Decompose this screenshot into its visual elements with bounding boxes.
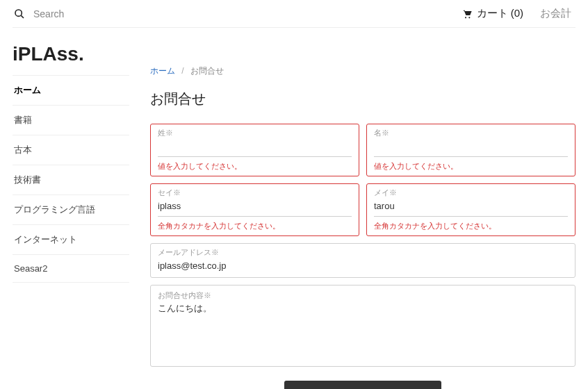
label-content: お問合せ内容※ xyxy=(158,291,568,301)
input-first-name[interactable] xyxy=(374,141,568,151)
svg-point-0 xyxy=(15,10,22,16)
field-content[interactable]: お問合せ内容※ xyxy=(150,285,575,367)
sidebar-item-seasar2[interactable]: Seasar2 xyxy=(13,254,129,283)
input-first-kana[interactable] xyxy=(374,201,568,211)
field-first-kana[interactable]: メイ※ 全角カタカナを入力してください。 xyxy=(366,183,575,236)
field-email[interactable]: メールアドレス※ xyxy=(150,243,575,278)
label-last-name: 姓※ xyxy=(158,129,352,138)
brand-logo[interactable]: iPLAss. xyxy=(13,39,129,75)
breadcrumb-home[interactable]: ホーム xyxy=(150,66,175,76)
svg-line-1 xyxy=(21,15,24,18)
field-last-name[interactable]: 姓※ 値を入力してください。 xyxy=(150,124,359,176)
svg-point-2 xyxy=(464,17,466,18)
sidebar-item-proglang[interactable]: プログラミング言語 xyxy=(13,194,129,224)
field-first-name[interactable]: 名※ 値を入力してください。 xyxy=(366,124,575,176)
input-last-kana[interactable] xyxy=(158,201,352,211)
error-last-name: 値を入力してください。 xyxy=(158,161,352,172)
error-first-name: 値を入力してください。 xyxy=(374,161,568,172)
cart-link[interactable]: カート (0) xyxy=(462,7,524,20)
error-first-kana: 全角カタカナを入力してください。 xyxy=(374,221,568,231)
breadcrumb: ホーム / お問合せ xyxy=(150,65,575,77)
field-last-kana[interactable]: セイ※ 全角カタカナを入力してください。 xyxy=(150,183,359,236)
search-placeholder-text: Search xyxy=(33,8,64,19)
label-first-name: 名※ xyxy=(374,129,568,138)
top-right: カート (0) お会計 xyxy=(462,7,572,20)
input-last-name[interactable] xyxy=(158,141,352,151)
sidebar: iPLAss. ホーム 書籍 古本 技術書 プログラミング言語 インターネット … xyxy=(13,39,129,389)
sidebar-item-home[interactable]: ホーム xyxy=(13,75,129,105)
main-content: ホーム / お問合せ お問合せ 姓※ 値を入力してください。 名※ xyxy=(150,39,575,389)
divider xyxy=(13,27,575,28)
page-title: お問合せ xyxy=(150,90,575,108)
sidebar-item-tech[interactable]: 技術書 xyxy=(13,165,129,194)
nav-list: ホーム 書籍 古本 技術書 プログラミング言語 インターネット Seasar2 xyxy=(13,75,129,283)
label-last-kana: セイ※ xyxy=(158,188,352,198)
breadcrumb-current: お問合せ xyxy=(190,66,224,76)
svg-point-3 xyxy=(468,17,470,18)
submit-button[interactable]: 上記の内容で問い合わせをする xyxy=(284,381,441,389)
sidebar-item-used[interactable]: 古本 xyxy=(13,135,129,165)
search-wrap[interactable]: Search xyxy=(14,8,462,19)
sidebar-item-books[interactable]: 書籍 xyxy=(13,105,129,135)
checkout-link[interactable]: お会計 xyxy=(540,7,571,20)
sidebar-item-internet[interactable]: インターネット xyxy=(13,224,129,254)
search-icon xyxy=(14,8,25,19)
topbar: Search カート (0) お会計 xyxy=(0,0,588,27)
input-email[interactable] xyxy=(158,260,568,271)
cart-icon xyxy=(462,8,473,19)
cart-label: カート (0) xyxy=(477,7,524,20)
error-last-kana: 全角カタカナを入力してください。 xyxy=(158,221,352,231)
label-first-kana: メイ※ xyxy=(374,188,568,198)
input-content[interactable] xyxy=(158,302,568,358)
label-email: メールアドレス※ xyxy=(158,248,568,258)
breadcrumb-sep: / xyxy=(181,66,183,76)
